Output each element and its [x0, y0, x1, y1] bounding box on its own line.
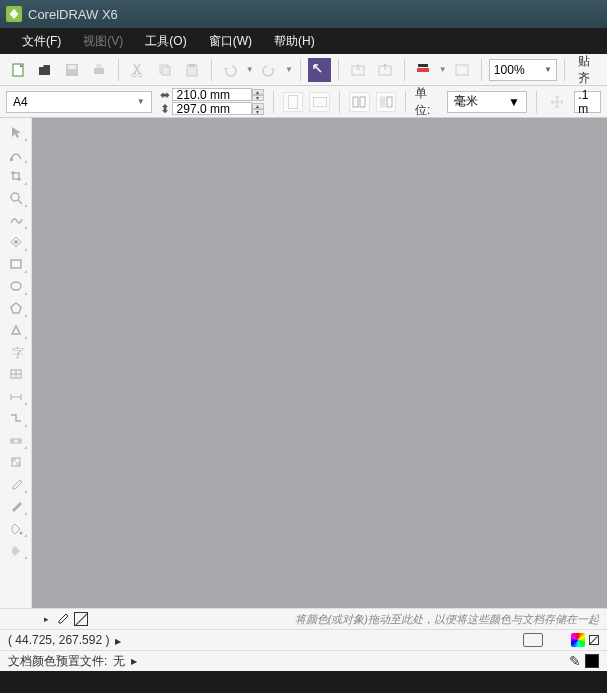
portrait-button[interactable] [283, 92, 304, 112]
svg-rect-9 [187, 65, 197, 76]
undo-dropdown[interactable]: ▼ [246, 65, 254, 74]
work-area: 字 [0, 118, 607, 608]
freehand-tool[interactable] [4, 210, 28, 230]
svg-rect-20 [380, 97, 385, 107]
svg-rect-21 [387, 97, 392, 107]
text-tool[interactable]: 字 [4, 342, 28, 362]
svg-rect-3 [94, 68, 104, 74]
smart-fill-tool[interactable] [4, 232, 28, 252]
svg-point-36 [12, 440, 14, 442]
outline-tool[interactable] [4, 496, 28, 516]
outline-color-swatch[interactable] [585, 654, 599, 668]
landscape-button[interactable] [309, 92, 330, 112]
width-spin-down[interactable]: ▾ [252, 95, 264, 101]
new-button[interactable] [6, 58, 29, 82]
ellipse-tool[interactable] [4, 276, 28, 296]
unit-label: 单位: [415, 85, 441, 119]
nudge-icon [546, 90, 569, 114]
svg-rect-12 [379, 66, 391, 75]
menu-help[interactable]: 帮助(H) [264, 30, 325, 53]
canvas-area[interactable] [32, 118, 607, 608]
svg-rect-39 [12, 458, 16, 462]
svg-rect-15 [456, 65, 468, 75]
svg-rect-35 [11, 439, 21, 443]
rectangle-tool[interactable] [4, 254, 28, 274]
svg-rect-18 [353, 97, 358, 107]
unit-combo[interactable]: 毫米 ▼ [447, 91, 527, 113]
svg-rect-7 [160, 65, 168, 73]
height-icon: ⬍ [158, 102, 172, 116]
paper-size-value: A4 [13, 95, 28, 109]
menu-file[interactable]: 文件(F) [12, 30, 71, 53]
connector-tool[interactable] [4, 408, 28, 428]
color-preset-label: 文档颜色预置文件: [8, 653, 107, 670]
status-expand-icon[interactable]: ▶ [131, 657, 137, 666]
svg-point-5 [132, 73, 136, 77]
dimension-tool[interactable] [4, 386, 28, 406]
fill-tool[interactable] [4, 518, 28, 538]
search-button[interactable] [308, 58, 331, 82]
page-height-field[interactable]: 297.0 mm [172, 102, 252, 115]
welcome-button [451, 58, 474, 82]
menu-tools[interactable]: 工具(O) [135, 30, 196, 53]
color-preset-value: 无 [113, 653, 125, 670]
fill-none-swatch[interactable] [589, 635, 599, 645]
color-proof-icon[interactable] [571, 633, 585, 647]
copy-button [153, 58, 176, 82]
polygon-tool[interactable] [4, 298, 28, 318]
paste-button [180, 58, 203, 82]
basic-shapes-tool[interactable] [4, 320, 28, 340]
svg-rect-26 [11, 260, 21, 268]
status-expand-icon[interactable]: ▶ [115, 637, 121, 646]
svg-rect-29 [11, 370, 21, 378]
import-button [346, 58, 369, 82]
svg-rect-11 [352, 66, 364, 75]
snap-label[interactable]: 贴齐 [572, 53, 601, 87]
zoom-combo[interactable]: 100% ▼ [489, 59, 557, 81]
svg-line-24 [18, 200, 22, 204]
svg-rect-2 [68, 65, 76, 69]
nudge-distance-field[interactable]: .1 m [574, 91, 601, 113]
svg-rect-13 [417, 68, 429, 72]
launch-dropdown[interactable]: ▼ [439, 65, 447, 74]
eyedropper-icon[interactable] [56, 612, 70, 626]
crop-tool[interactable] [4, 166, 28, 186]
menu-window[interactable]: 窗口(W) [199, 30, 262, 53]
chevron-down-icon: ▼ [137, 97, 145, 106]
svg-rect-38 [12, 458, 20, 466]
transparency-tool[interactable] [4, 452, 28, 472]
export-button [373, 58, 396, 82]
palette-menu-arrow[interactable]: ▸ [40, 613, 52, 625]
zoom-tool[interactable] [4, 188, 28, 208]
cursor-coords: ( 44.725, 267.592 )▶ [8, 633, 121, 647]
chevron-down-icon: ▼ [544, 65, 552, 74]
svg-rect-16 [288, 95, 298, 109]
pick-tool[interactable] [4, 122, 28, 142]
status-bar-preset: 文档颜色预置文件: 无 ▶ ✎ [0, 650, 607, 671]
page-width-field[interactable]: 210.0 mm [172, 88, 252, 101]
svg-rect-22 [10, 158, 13, 161]
shape-tool[interactable] [4, 144, 28, 164]
cut-button [126, 58, 149, 82]
current-page-button[interactable] [376, 92, 397, 112]
svg-point-23 [11, 193, 19, 201]
open-button[interactable] [33, 58, 56, 82]
all-pages-button[interactable] [349, 92, 370, 112]
height-spin-down[interactable]: ▾ [252, 109, 264, 115]
paper-size-combo[interactable]: A4 ▼ [6, 91, 152, 113]
status-bar-coords: ( 44.725, 267.592 )▶ [0, 629, 607, 650]
interactive-fill-tool[interactable] [4, 540, 28, 560]
table-tool[interactable] [4, 364, 28, 384]
outline-pen-icon[interactable]: ✎ [569, 653, 581, 669]
save-button [60, 58, 83, 82]
svg-rect-8 [162, 67, 170, 75]
tablet-icon[interactable] [523, 633, 543, 647]
interactive-tool[interactable] [4, 430, 28, 450]
svg-rect-14 [418, 64, 428, 67]
redo-dropdown[interactable]: ▼ [285, 65, 293, 74]
no-color-swatch[interactable] [74, 612, 88, 626]
eyedropper-tool[interactable] [4, 474, 28, 494]
svg-rect-17 [313, 97, 327, 107]
launch-button[interactable] [412, 58, 435, 82]
svg-text:字: 字 [12, 346, 23, 359]
